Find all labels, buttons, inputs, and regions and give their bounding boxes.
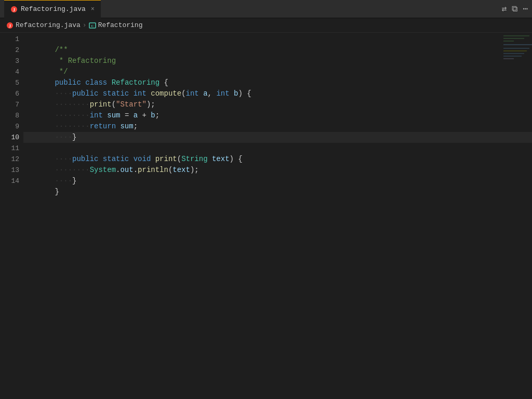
code-line-2: * Refactoring — [23, 45, 532, 56]
line-num-12: 12 — [0, 154, 19, 165]
svg-rect-8 — [503, 41, 514, 42]
title-bar: J Refactoring.java × ⇄ ⧉ ⋯ — [0, 0, 532, 18]
line-num-5: 5 — [0, 77, 19, 88]
line-numbers: 1 2 3 4 5 6 7 8 9 10 11 12 13 14 — [0, 33, 23, 399]
code-line-10 — [23, 132, 532, 143]
code-line-4: public class Refactoring { — [23, 66, 532, 77]
svg-text:J: J — [13, 7, 15, 12]
line-num-10: 10 — [0, 132, 19, 143]
svg-text:J: J — [9, 23, 11, 28]
svg-rect-9 — [503, 44, 532, 45]
breadcrumb-filename: Refactoring.java — [16, 21, 81, 29]
more-actions-button[interactable]: ⋯ — [523, 4, 528, 14]
breadcrumb-separator: › — [83, 21, 87, 29]
code-line-14: } — [23, 176, 532, 187]
minimap — [501, 33, 532, 85]
svg-rect-13 — [503, 56, 522, 57]
java-file-icon: J — [10, 6, 18, 13]
breadcrumb-file[interactable]: J Refactoring.java — [6, 21, 81, 29]
line-num-6: 6 — [0, 88, 19, 99]
class-breadcrumb-icon: C — [89, 22, 96, 29]
svg-rect-12 — [503, 53, 524, 54]
svg-rect-10 — [503, 48, 529, 49]
line-num-14: 14 — [0, 176, 19, 187]
line-num-8: 8 — [0, 110, 19, 121]
code-line-11: ····public static void print(String text… — [23, 143, 532, 154]
line-num-11: 11 — [0, 143, 19, 154]
line-num-13: 13 — [0, 165, 19, 176]
svg-rect-11 — [503, 50, 527, 51]
update-button[interactable]: ⇄ — [502, 4, 507, 14]
breadcrumb: J Refactoring.java › C Refactoring — [0, 18, 532, 33]
svg-text:C: C — [91, 24, 94, 28]
split-editor-button[interactable]: ⧉ — [512, 4, 517, 14]
java-breadcrumb-icon: J — [6, 22, 14, 29]
code-editor[interactable]: /** * Refactoring */ public class Refact… — [23, 33, 532, 399]
line-num-2: 2 — [0, 45, 19, 56]
svg-rect-14 — [503, 58, 514, 59]
line-num-3: 3 — [0, 56, 19, 66]
tab-close-button[interactable]: × — [91, 6, 95, 13]
svg-rect-7 — [503, 38, 524, 39]
line-num-1: 1 — [0, 34, 19, 45]
line-num-7: 7 — [0, 99, 19, 110]
line-num-9: 9 — [0, 121, 19, 132]
editor: 1 2 3 4 5 6 7 8 9 10 11 12 13 14 /** * R… — [0, 33, 532, 399]
breadcrumb-class[interactable]: C Refactoring — [89, 21, 143, 29]
svg-rect-6 — [503, 35, 529, 36]
file-tab[interactable]: J Refactoring.java × — [4, 0, 101, 18]
breadcrumb-classname: Refactoring — [98, 21, 143, 29]
line-num-4: 4 — [0, 66, 19, 77]
tab-filename: Refactoring.java — [21, 5, 86, 13]
title-bar-actions: ⇄ ⧉ ⋯ — [502, 4, 528, 14]
code-line-1: /** — [23, 34, 532, 45]
